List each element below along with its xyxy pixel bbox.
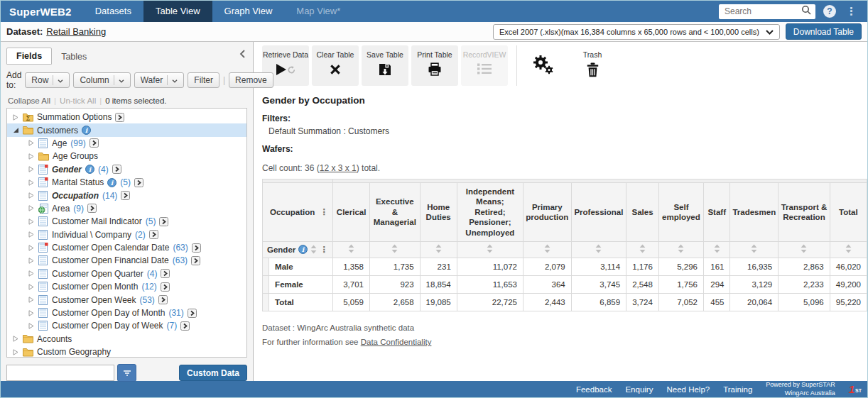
expand-node-icon[interactable] xyxy=(28,310,35,316)
tree-item-customer-open-calendar-date[interactable]: Customer Open Calendar Date(63) xyxy=(7,241,246,254)
tree-item-customers[interactable]: Customersi xyxy=(7,123,246,136)
sort-control-tradesmen[interactable] xyxy=(730,241,779,258)
expand-node-icon[interactable] xyxy=(28,166,35,172)
sort-control-independent-means-retired-pensioner-unemployed[interactable] xyxy=(457,241,523,258)
tree-item-customer-open-quarter[interactable]: Customer Open Quarter(4) xyxy=(7,267,246,280)
add-to-wafer-button[interactable]: Wafer xyxy=(134,72,185,88)
untick-all-link[interactable]: Un-tick All xyxy=(60,96,96,105)
search-box[interactable] xyxy=(719,4,815,19)
tree-item-customer-open-day-of-month[interactable]: Customer Open Day of Month(31) xyxy=(7,306,246,319)
tree-item-area[interactable]: Area(9) xyxy=(7,202,246,215)
sidebar-collapse-icon[interactable] xyxy=(239,48,245,61)
open-field-icon[interactable] xyxy=(180,321,190,331)
sort-control-clerical[interactable] xyxy=(333,241,370,258)
sort-control-home-duties[interactable] xyxy=(420,241,457,258)
download-table-button[interactable]: Download Table xyxy=(786,23,862,40)
overflow-menu-icon[interactable]: ⋮ xyxy=(844,5,859,18)
trash-button[interactable]: Trash xyxy=(571,45,614,80)
tree-item-age[interactable]: Age(99) xyxy=(7,137,246,150)
training-link[interactable]: Training xyxy=(723,385,752,394)
info-icon[interactable]: i xyxy=(85,165,94,174)
filter-icon[interactable] xyxy=(117,364,136,382)
tree-item-custom-geography[interactable]: Custom Geography xyxy=(7,346,246,358)
tree-item-summation-options[interactable]: ΣSummation Options xyxy=(7,111,246,123)
dataset-link[interactable]: Retail Banking xyxy=(46,26,106,37)
info-icon[interactable]: i xyxy=(107,178,116,187)
save-table-button[interactable]: Save Table xyxy=(362,45,408,86)
feedback-link[interactable]: Feedback xyxy=(576,385,612,394)
search-icon[interactable] xyxy=(801,5,811,18)
table-options-button[interactable] xyxy=(526,45,560,86)
expand-node-icon[interactable] xyxy=(28,205,35,211)
open-field-icon[interactable] xyxy=(115,113,124,122)
open-field-icon[interactable] xyxy=(121,191,130,200)
column-menu-icon[interactable]: ⋮ xyxy=(320,207,328,217)
open-field-icon[interactable] xyxy=(192,243,201,253)
cell-count-link[interactable]: 12 x 3 x 1 xyxy=(320,163,357,173)
expand-node-icon[interactable] xyxy=(28,284,35,290)
add-to-column-button[interactable]: Column xyxy=(73,72,130,88)
add-to-filter-button[interactable]: Filter xyxy=(188,72,219,88)
expand-node-icon[interactable] xyxy=(28,270,35,277)
tree-item-customer-open-financial-date[interactable]: Customer Open Financial Date(63) xyxy=(7,254,246,267)
sort-control-primary-production[interactable] xyxy=(523,241,571,258)
open-field-icon[interactable] xyxy=(161,269,170,278)
open-field-icon[interactable] xyxy=(159,217,168,226)
custom-data-button[interactable]: Custom Data xyxy=(179,365,247,381)
sort-control-sales[interactable] xyxy=(626,241,659,258)
help-icon[interactable]: ? xyxy=(823,5,836,18)
sort-control-self-employed[interactable] xyxy=(658,241,703,258)
tree-item-occupation[interactable]: Occupation(14) xyxy=(7,189,246,201)
add-to-row-button[interactable]: Row xyxy=(25,72,70,88)
chevron-down-icon[interactable] xyxy=(172,75,178,85)
data-confidentiality-link[interactable]: Data Confidentiality xyxy=(361,338,432,346)
expand-node-icon[interactable] xyxy=(12,114,19,121)
export-format-select[interactable]: Excel 2007 (.xlsx)(max 16,384 columns x … xyxy=(493,24,780,40)
add-to-remove-button[interactable]: Remove xyxy=(229,72,273,88)
sort-control-transport-recreation[interactable] xyxy=(779,241,830,258)
tree-item-customer-open-month[interactable]: Customer Open Month(12) xyxy=(7,280,246,293)
expand-node-icon[interactable] xyxy=(28,231,35,238)
sort-icon[interactable] xyxy=(310,245,317,254)
open-field-icon[interactable] xyxy=(188,309,197,318)
info-icon[interactable]: i xyxy=(82,126,91,135)
open-field-icon[interactable] xyxy=(191,256,200,265)
print-table-button[interactable]: Print Table xyxy=(411,45,458,86)
tree-item-marital-status[interactable]: Marital Statusi(5) xyxy=(7,176,246,189)
open-field-icon[interactable] xyxy=(149,230,158,239)
tab-map-view[interactable]: Map View* xyxy=(284,1,352,22)
info-icon[interactable]: i xyxy=(298,245,308,254)
expand-node-icon[interactable] xyxy=(28,245,35,251)
open-field-icon[interactable] xyxy=(158,295,168,304)
tab-fields[interactable]: Fields xyxy=(6,48,52,65)
row-menu-icon[interactable]: ⋮ xyxy=(320,245,328,255)
expand-node-icon[interactable] xyxy=(28,140,35,146)
tab-datasets[interactable]: Datasets xyxy=(83,1,143,22)
open-field-icon[interactable] xyxy=(161,282,170,292)
expand-node-icon[interactable] xyxy=(12,349,19,355)
expand-node-icon[interactable] xyxy=(28,153,35,160)
expand-node-icon[interactable] xyxy=(28,258,35,264)
search-input[interactable] xyxy=(723,6,801,17)
tab-tables[interactable]: Tables xyxy=(52,49,96,65)
clear-table-button[interactable]: Clear Table xyxy=(312,45,359,86)
open-field-icon[interactable] xyxy=(112,165,121,174)
tree-item-customer-open-week[interactable]: Customer Open Week(53) xyxy=(7,293,246,306)
expand-node-icon[interactable] xyxy=(28,297,35,303)
chevron-down-icon[interactable] xyxy=(119,75,124,85)
tab-table-view[interactable]: Table View xyxy=(143,1,212,22)
expand-node-icon[interactable] xyxy=(28,323,35,329)
open-field-icon[interactable] xyxy=(87,204,97,213)
tree-item-accounts[interactable]: Accounts xyxy=(7,333,246,346)
open-field-icon[interactable] xyxy=(134,178,143,187)
tree-item-customer-mail-indicator[interactable]: Customer Mail Indicator(5) xyxy=(7,215,246,228)
sort-control-executive-managerial[interactable] xyxy=(370,241,421,258)
collapse-all-link[interactable]: Collapse All xyxy=(8,96,50,105)
sort-control-total[interactable] xyxy=(830,241,867,258)
tab-graph-view[interactable]: Graph View xyxy=(212,1,285,22)
expand-node-icon[interactable] xyxy=(28,179,35,186)
sort-control-professional[interactable] xyxy=(571,241,626,258)
tree-item-individual-company[interactable]: Individual \ Company(2) xyxy=(7,228,246,241)
expand-node-icon[interactable] xyxy=(12,336,19,342)
tree-filter-input[interactable] xyxy=(6,365,114,381)
